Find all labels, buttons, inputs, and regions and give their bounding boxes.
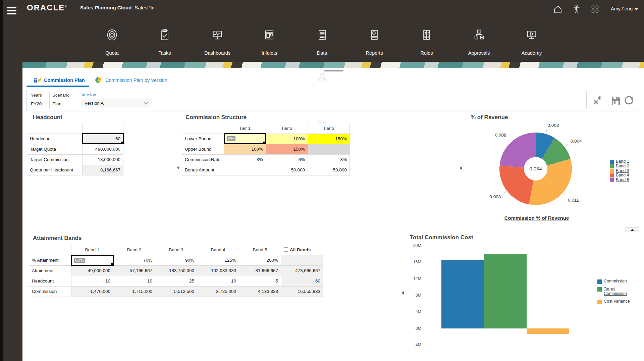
refresh-icon[interactable]	[624, 96, 634, 106]
row-header[interactable]: Bonus Amount	[182, 165, 224, 175]
apps-grid-icon[interactable]	[591, 5, 599, 13]
bar-commission[interactable]	[441, 260, 484, 328]
grid-cell[interactable]: 8,166,667	[83, 165, 123, 175]
grid-cell[interactable]: 57,166,667	[113, 265, 155, 276]
nav-item-quota[interactable]: Quota	[87, 28, 137, 56]
legend-item-band-1[interactable]: Band 1	[610, 159, 629, 164]
splitter-collapse-up-button[interactable]	[626, 227, 639, 232]
nav-item-tasks[interactable]: Tasks	[140, 28, 190, 56]
nav-item-approvals[interactable]: Approvals	[454, 28, 504, 56]
grid-cell[interactable]: 10	[197, 276, 239, 286]
row-header[interactable]: Lower Bound	[182, 134, 224, 144]
pie-slice-band-5[interactable]	[499, 133, 536, 168]
selected-cell[interactable]: 60	[83, 134, 123, 144]
hamburger-menu-icon[interactable]	[7, 5, 16, 16]
commission-pct-revenue-link[interactable]: Commission % of Revenue	[480, 215, 594, 221]
selection-handle[interactable]	[121, 142, 123, 144]
grid-cell[interactable]: 10	[71, 276, 113, 286]
selected-cell-editing[interactable]: 0%	[224, 134, 266, 144]
legend-item-band-5[interactable]: Band 5	[610, 178, 629, 183]
legend-item-band-3[interactable]: Band 3	[610, 169, 629, 173]
org-chart-icon[interactable]	[316, 72, 328, 83]
grid-cell[interactable]: 150%	[266, 144, 308, 154]
grid-cell[interactable]: 5	[239, 276, 281, 286]
selection-handle[interactable]	[263, 142, 266, 144]
grid-cell[interactable]: 473,666,667	[281, 265, 323, 276]
user-menu[interactable]: Amy.Feng	[611, 6, 638, 11]
row-header[interactable]: Headcount	[27, 134, 83, 144]
row-header[interactable]: Commission	[29, 286, 71, 297]
nav-item-academy[interactable]: Academy	[506, 28, 557, 56]
row-header[interactable]: Attainment	[29, 265, 71, 276]
grid-cell[interactable]	[281, 255, 323, 265]
column-header-all-bands[interactable]: All Bands	[281, 245, 323, 255]
grid-cell[interactable]	[308, 144, 350, 154]
panel-splitter-collapse-icon[interactable]	[177, 166, 179, 169]
row-header[interactable]: Headcount	[29, 276, 71, 286]
row-header[interactable]: Target Quota	[27, 144, 83, 154]
selection-handle[interactable]	[111, 263, 113, 266]
grid-cell[interactable]: 3,725,000	[197, 286, 239, 297]
grid-cell[interactable]: 4,133,333	[239, 286, 281, 297]
accessibility-icon[interactable]	[572, 4, 581, 14]
home-icon[interactable]	[553, 5, 562, 14]
legend-item-target-commission[interactable]: Target Commission	[597, 287, 631, 296]
grid-cell[interactable]: 60	[281, 276, 323, 286]
grid-cell[interactable]: 200%	[239, 255, 281, 265]
bar-target-commission[interactable]	[484, 254, 527, 328]
legend-item-band-4[interactable]: Band 4	[610, 173, 629, 178]
grid-cell[interactable]: 490,000,000	[83, 144, 123, 154]
row-header[interactable]: Commission Rate	[182, 154, 224, 165]
collapse-minus-icon[interactable]	[284, 247, 288, 252]
grid-cell[interactable]	[224, 165, 266, 175]
legend-item-commission[interactable]: Commission	[597, 279, 631, 284]
version-select[interactable]: Version A	[81, 99, 151, 107]
nav-item-infolets[interactable]: Infolets	[244, 28, 294, 56]
row-header[interactable]: Quota per Headcount	[27, 165, 83, 175]
grid-cell[interactable]: 8%	[308, 154, 350, 165]
grid-cell[interactable]: 3%	[224, 154, 266, 165]
pov-version-label[interactable]: Version	[82, 92, 96, 97]
grid-cell[interactable]: 70%	[113, 255, 155, 265]
grid-cell[interactable]: 16,555,833	[281, 286, 323, 297]
grid-cell[interactable]: 1,470,000	[71, 286, 113, 297]
grid-cell[interactable]: 100%	[266, 134, 308, 144]
grid-cell[interactable]: 100%	[224, 144, 266, 154]
grid-cell[interactable]: 1,715,000	[113, 286, 155, 297]
grid-cell[interactable]: 50,000	[308, 165, 350, 175]
grid-cell[interactable]: 102,083,333	[197, 265, 239, 276]
grid-cell[interactable]: 10	[113, 276, 155, 286]
panel-splitter-collapse-icon[interactable]	[401, 291, 404, 295]
grid-cell[interactable]: 183,750,000	[155, 265, 197, 276]
grid-cell[interactable]: 25	[155, 276, 197, 286]
nav-item-dashboards[interactable]: Dashboards	[192, 28, 243, 56]
pov-scenario-value[interactable]: Plan	[52, 101, 61, 106]
legend-item-cost-variance[interactable]: Cost Variance	[597, 299, 631, 304]
splitter-grip-icon[interactable]	[324, 70, 343, 71]
grid-cell[interactable]: 49,000,000	[71, 265, 113, 276]
row-header[interactable]: Target Commission	[27, 154, 83, 165]
row-header[interactable]: Upper Bound	[182, 144, 224, 154]
panel-splitter-collapse-icon[interactable]	[460, 166, 462, 170]
tab-commission-plan-by-version[interactable]: Commission Plan by Version	[105, 78, 167, 83]
grid-cell[interactable]: 90%	[155, 255, 197, 265]
grid-cell[interactable]: 150%	[308, 134, 350, 144]
legend-item-band-2[interactable]: Band 2	[610, 164, 629, 169]
nav-item-rules[interactable]: Rules	[401, 28, 452, 56]
grid-cell[interactable]: 18,000,000	[83, 154, 123, 165]
grid-cell[interactable]: 81,666,667	[239, 265, 281, 276]
save-icon[interactable]	[611, 96, 621, 106]
grid-cell[interactable]: 50,000	[266, 165, 308, 175]
selected-cell-editing[interactable]: 60%	[71, 255, 113, 265]
pov-years-value[interactable]: FY20	[31, 101, 42, 106]
pie-slice-band-4[interactable]	[499, 165, 534, 204]
bar-cost-variance[interactable]	[527, 328, 569, 334]
grid-cell[interactable]: 5,512,500	[155, 286, 197, 297]
tab-commission-plan[interactable]: Commission Plan	[44, 78, 85, 83]
nav-item-data[interactable]: Data	[297, 28, 347, 56]
nav-item-reports[interactable]: Reports	[349, 28, 399, 56]
grid-cell[interactable]: 125%	[197, 255, 239, 265]
row-header[interactable]: % Attainment	[29, 255, 71, 265]
settings-gears-icon[interactable]	[591, 95, 603, 107]
grid-cell[interactable]: 6%	[266, 154, 308, 165]
